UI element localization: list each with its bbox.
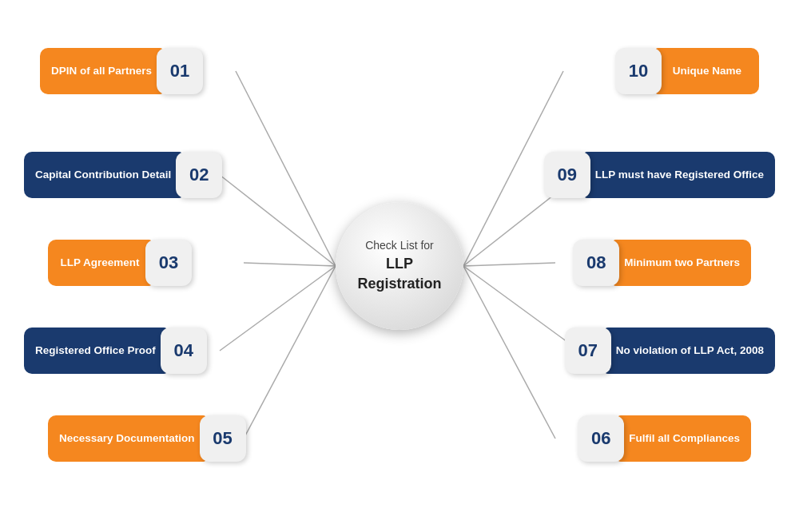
item-03-badge: 03 [145, 240, 192, 286]
item-02: Capital Contribution Detail 02 [24, 152, 222, 198]
item-05: Necessary Documentation 05 [48, 415, 246, 462]
item-08-badge: 08 [573, 240, 619, 286]
svg-line-4 [244, 266, 336, 439]
item-06-badge: 06 [578, 415, 624, 462]
item-08-label: Minimum two Partners [613, 240, 751, 286]
item-06: 06 Fulfil all Compliances [578, 415, 751, 462]
item-09-badge: 09 [544, 152, 590, 198]
item-04-label: Registered Office Proof [24, 328, 167, 374]
item-01: DPIN of all Partners 01 [40, 48, 203, 94]
svg-line-3 [220, 266, 336, 351]
item-03-label: LLP Agreement [48, 240, 152, 286]
item-05-badge: 05 [200, 415, 246, 462]
item-07-badge: 07 [565, 328, 611, 374]
diagram-container: Check List forLLPRegistration DPIN of al… [0, 0, 799, 532]
item-07: 07 No violation of LLP Act, 2008 [565, 328, 775, 374]
item-09: 09 LLP must have Registered Office [544, 152, 775, 198]
item-01-badge: 01 [157, 48, 203, 94]
item-01-label: DPIN of all Partners [40, 48, 163, 94]
center-circle: Check List forLLPRegistration [336, 202, 463, 330]
svg-line-1 [220, 175, 336, 266]
item-07-label: No violation of LLP Act, 2008 [605, 328, 775, 374]
item-06-label: Fulfil all Compliances [618, 415, 751, 462]
center-text: Check List forLLPRegistration [357, 238, 441, 294]
svg-line-7 [463, 263, 555, 266]
item-10-label: Unique Name [655, 48, 759, 94]
svg-line-2 [244, 263, 336, 266]
item-04: Registered Office Proof 04 [24, 328, 207, 374]
item-03: LLP Agreement 03 [48, 240, 192, 286]
item-05-label: Necessary Documentation [48, 415, 206, 462]
svg-line-9 [463, 266, 555, 439]
svg-line-8 [463, 266, 579, 351]
item-02-badge: 02 [176, 152, 222, 198]
item-09-label: LLP must have Registered Office [584, 152, 775, 198]
svg-line-0 [236, 71, 336, 266]
item-08: 08 Minimum two Partners [573, 240, 751, 286]
item-10: 10 Unique Name [615, 48, 759, 94]
item-04-badge: 04 [161, 328, 207, 374]
item-10-badge: 10 [615, 48, 662, 94]
item-02-label: Capital Contribution Detail [24, 152, 182, 198]
